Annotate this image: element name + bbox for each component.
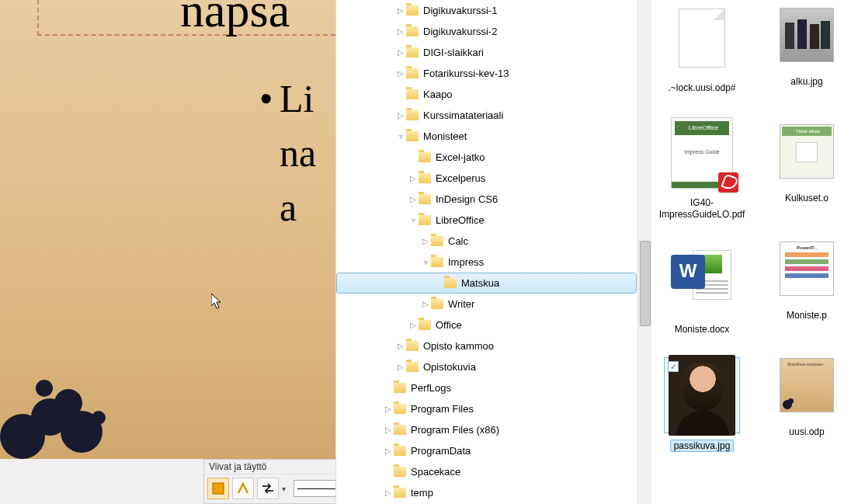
slide-body-line: na (280, 131, 316, 175)
file-thumbnail: Tästä alkaa (779, 116, 835, 186)
tree-item-label: Writer (448, 298, 474, 310)
folder-icon (406, 68, 419, 78)
tree-folder-item[interactable]: ▿LibreOffice (336, 210, 637, 231)
file-item[interactable]: WMoniste.docx (651, 242, 752, 335)
tree-item-label: Kurssimatateriaali (423, 109, 503, 121)
tree-folder-item[interactable]: ▷Opistokuvia (336, 356, 637, 377)
tree-item-label: InDesign CS6 (436, 193, 498, 205)
selected-check-icon: ✓ (668, 361, 679, 372)
tree-folder-item[interactable]: ▷Program Files (x86) (336, 419, 637, 440)
vertical-scrollbar[interactable] (637, 0, 651, 504)
file-item[interactable]: Tästä alkaaKulkuset.o (776, 116, 838, 203)
slide-title-text: napsa (180, 0, 290, 38)
file-label: passikuva.jpg (670, 440, 735, 452)
file-item[interactable]: PowerP...Moniste.p (776, 234, 838, 321)
folder-tree[interactable]: ▷Digikuvakurssi-1▷Digikuvakurssi-2▷DIGI-… (336, 0, 637, 504)
folder-icon (406, 89, 419, 99)
fill-color-button[interactable] (207, 478, 229, 499)
file-item[interactable]: LibreOfficeImpress GuideIG40-ImpressGuid… (651, 115, 752, 220)
ink-blot (54, 389, 82, 417)
file-item[interactable]: SlideShow-esityksen...uusi.odp (776, 350, 838, 437)
tree-expander-icon[interactable]: ▷ (383, 488, 394, 497)
scrollbar-thumb[interactable] (640, 241, 651, 326)
arrow-style-button[interactable] (257, 478, 279, 499)
tree-folder-item[interactable]: ▷Digikuvakurssi-1 (336, 0, 637, 21)
tree-folder-item[interactable]: Kaapo (336, 84, 637, 105)
tree-folder-item[interactable]: ▷DIGI-slaikkari (336, 42, 637, 63)
tree-expander-icon[interactable]: ▷ (408, 174, 419, 182)
tree-folder-item[interactable]: ▷InDesign CS6 (336, 189, 637, 210)
tree-folder-item[interactable]: ▷Writer (336, 294, 637, 315)
tree-item-label: Opistokuvia (423, 361, 476, 373)
dropdown-caret-icon[interactable]: ▾ (282, 485, 286, 493)
ink-blot (36, 380, 53, 397)
tree-expander-icon[interactable]: ▿ (420, 258, 431, 266)
tree-folder-item[interactable]: Matskua (336, 273, 637, 294)
tree-expander-icon[interactable]: ▷ (408, 321, 419, 329)
tree-item-label: Digikuvakurssi-1 (423, 5, 497, 16)
tree-expander-icon[interactable]: ▷ (395, 363, 406, 371)
tree-expander-icon[interactable]: ▷ (395, 111, 406, 120)
tree-expander-icon[interactable]: ▷ (395, 48, 406, 57)
tree-expander-icon[interactable]: ▷ (420, 300, 431, 308)
tree-folder-item[interactable]: ▷Fotarikurssi-kev-13 (336, 63, 637, 84)
folder-icon (394, 467, 406, 477)
folder-icon (406, 26, 419, 36)
folder-icon (419, 173, 431, 183)
file-label: IG40-ImpressGuideLO.pdf (651, 197, 752, 220)
tree-expander-icon[interactable]: ▷ (383, 447, 394, 455)
file-item[interactable]: .~lock.uusi.odp# (651, 0, 752, 93)
tree-folder-item[interactable]: ▷temp (336, 482, 637, 503)
folder-icon (394, 488, 406, 498)
tree-item-label: DIGI-slaikkari (423, 47, 484, 58)
tree-folder-item[interactable]: ▷ProgramData (336, 440, 637, 461)
folder-icon (419, 215, 431, 225)
tree-item-label: Program Files (411, 403, 474, 415)
tree-folder-item[interactable]: ▷Program Files (336, 398, 637, 419)
tree-folder-item[interactable]: PerfLogs (336, 377, 637, 398)
tree-folder-item[interactable]: ▿Monisteet (336, 126, 637, 147)
slide-editor-pane: napsa • Li na a Viivat ja täyttö ▾ (0, 0, 335, 504)
line-style-button[interactable] (232, 478, 254, 499)
tree-item-label: Impress (448, 256, 484, 268)
tree-folder-item[interactable]: ▷Opisto kammoo (336, 335, 637, 356)
tree-expander-icon[interactable]: ▿ (408, 216, 419, 224)
folder-icon (406, 5, 419, 16)
file-thumbnail (664, 0, 740, 76)
tree-folder-item[interactable]: ▷Digikuvakurssi-2 (336, 21, 637, 42)
tree-expander-icon[interactable]: ▷ (395, 69, 406, 78)
folder-icon (419, 320, 431, 330)
tree-expander-icon[interactable]: ▷ (420, 237, 431, 245)
tree-expander-icon[interactable]: ▷ (395, 6, 406, 15)
tree-item-label: Opisto kammoo (423, 340, 494, 352)
folder-icon (406, 47, 419, 57)
tree-folder-item[interactable]: Excel-jatko (336, 147, 637, 168)
tree-item-label: Fotarikurssi-kev-13 (423, 68, 509, 79)
tree-item-label: Monisteet (423, 130, 467, 142)
file-item[interactable]: alku.jpg (776, 0, 838, 87)
tree-folder-item[interactable]: ▷Excelperus (336, 168, 637, 189)
tree-folder-item[interactable]: Spacekace (336, 461, 637, 482)
tree-expander-icon[interactable]: ▷ (383, 405, 394, 413)
slide-canvas[interactable]: napsa • Li na a (0, 0, 335, 459)
tree-expander-icon[interactable]: ▷ (408, 195, 419, 203)
tree-item-label: Excel-jatko (436, 151, 485, 163)
tree-item-label: Spacekace (411, 466, 460, 478)
file-item[interactable]: ✓passikuva.jpg (651, 357, 752, 452)
file-label: uusi.odp (776, 426, 838, 437)
file-label: Kulkuset.o (776, 193, 838, 203)
file-thumbnail: W (664, 242, 740, 318)
tree-item-label: temp (411, 487, 433, 499)
ink-blot (92, 411, 106, 425)
file-thumbnail (779, 0, 835, 70)
folder-icon (394, 404, 406, 414)
tree-folder-item[interactable]: ▷Calc (336, 231, 637, 252)
tree-expander-icon[interactable]: ▷ (395, 27, 406, 36)
tree-folder-item[interactable]: ▿Impress (336, 252, 637, 273)
tree-folder-item[interactable]: ▷Office (336, 315, 637, 335)
tree-expander-icon[interactable]: ▷ (395, 342, 406, 350)
tree-folder-item[interactable]: ▷Kurssimatateriaali (336, 105, 637, 126)
slide-body-text: • Li na a (280, 71, 316, 235)
tree-expander-icon[interactable]: ▷ (383, 426, 394, 434)
tree-expander-icon[interactable]: ▿ (395, 132, 406, 141)
